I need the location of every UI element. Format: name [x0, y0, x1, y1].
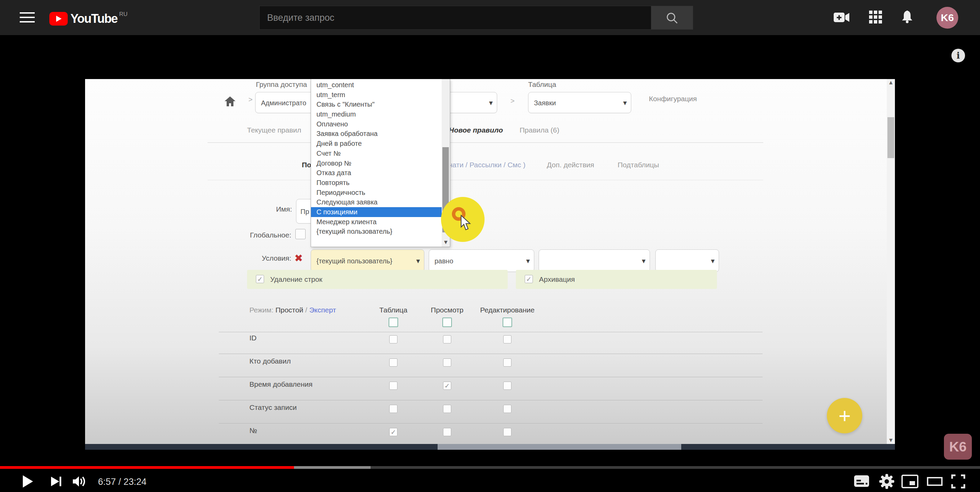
time-display: 6:57 / 23:24	[98, 477, 147, 487]
select-all-view-checkbox[interactable]	[442, 318, 452, 327]
divider	[208, 142, 763, 143]
archive-checkbox[interactable]	[525, 275, 533, 283]
perm-checkbox-id-edit[interactable]	[503, 335, 511, 343]
app-scrollbar-thumb[interactable]	[888, 117, 894, 158]
dropdown-option[interactable]: utm_term	[311, 90, 450, 100]
volume-button[interactable]	[71, 473, 89, 490]
archive-label: Архивация	[539, 270, 575, 289]
perm-checkbox-status-edit[interactable]	[503, 405, 511, 413]
scroll-up-icon[interactable]: ▲	[887, 80, 895, 85]
condition-field-select[interactable]: {текущий пользователь} ▼	[311, 249, 424, 272]
dropdown-option[interactable]: Оплачено	[311, 119, 450, 129]
dropdown-option[interactable]: utm_medium	[311, 109, 450, 119]
tab-extra-actions[interactable]: Доп. действия	[547, 161, 594, 169]
settings-button[interactable]	[878, 473, 896, 490]
home-icon[interactable]	[223, 94, 237, 108]
perm-checkbox-number-view[interactable]	[443, 428, 451, 436]
hamburger-menu-button[interactable]	[20, 12, 35, 23]
table-label: Таблица	[528, 80, 556, 89]
select-all-table-checkbox[interactable]	[388, 318, 398, 327]
create-video-button[interactable]	[833, 9, 851, 27]
dropdown-option[interactable]: Связь с "Клиенты"	[311, 99, 450, 109]
perm-checkbox-status-table[interactable]	[389, 405, 398, 413]
archive-toggle[interactable]: Архивация	[516, 270, 717, 289]
video-info-button[interactable]: i	[951, 49, 965, 62]
search-input[interactable]	[259, 6, 651, 30]
chevron-down-icon: ▼	[711, 250, 714, 272]
chevron-down-icon: ▼	[623, 92, 627, 113]
click-highlight	[441, 197, 485, 242]
dropdown-option[interactable]: Повторять	[311, 178, 450, 188]
table-select[interactable]: Заявки ▼	[528, 92, 631, 113]
subtitles-button[interactable]	[853, 473, 870, 490]
play-button[interactable]	[19, 473, 37, 490]
condition-value-select[interactable]: ▼	[539, 249, 650, 272]
mode-expert-link[interactable]: Эксперт	[309, 306, 336, 314]
perm-checkbox-number-edit[interactable]	[503, 428, 511, 436]
remove-condition-icon[interactable]: ✖	[294, 252, 303, 264]
divider	[219, 354, 762, 354]
next-icon	[49, 474, 64, 489]
perm-checkbox-number-table[interactable]	[389, 428, 398, 436]
perm-checkbox-id-view[interactable]	[443, 335, 451, 343]
dropdown-option[interactable]: Дней в работе	[311, 139, 450, 149]
youtube-play-icon	[49, 12, 68, 26]
apps-grid-button[interactable]	[867, 9, 885, 27]
delete-rows-checkbox[interactable]	[256, 275, 264, 283]
tab-subtables[interactable]: Подтаблицы	[617, 161, 659, 169]
dropdown-option-selected[interactable]: С позициями	[311, 207, 450, 217]
app-scrollbar[interactable]: ▲ ▼	[887, 79, 895, 444]
condition-operator-select[interactable]: равно ▼	[429, 249, 534, 272]
progress-played	[0, 466, 294, 469]
perm-checkbox-addtime-edit[interactable]	[503, 382, 511, 390]
divider	[219, 400, 762, 400]
tab-rules-list[interactable]: Правила (6)	[520, 126, 559, 134]
video-progress-bar[interactable]	[0, 466, 980, 469]
dropdown-option[interactable]: Следующая заявка	[311, 197, 450, 207]
scroll-down-icon[interactable]: ▼	[887, 438, 895, 442]
breadcrumb-separator: >	[248, 96, 253, 104]
notifications-button[interactable]	[898, 9, 916, 27]
dropdown-option[interactable]: Заявка обработана	[311, 129, 450, 139]
search-button[interactable]	[651, 6, 693, 30]
dropdown-option[interactable]: Периодичность	[311, 188, 450, 198]
dropdown-option[interactable]: Договор №	[311, 158, 450, 168]
channel-watermark[interactable]: K6	[944, 434, 972, 460]
perm-checkbox-status-view[interactable]	[443, 405, 451, 413]
select-all-edit-checkbox[interactable]	[503, 318, 512, 327]
fullscreen-button[interactable]	[950, 473, 967, 490]
next-video-button[interactable]	[48, 473, 65, 490]
theater-mode-button[interactable]	[926, 473, 944, 490]
app-bottom-bar	[85, 444, 895, 450]
perm-checkbox-author-table[interactable]	[389, 358, 398, 367]
mode-simple-link[interactable]: Простой	[275, 306, 303, 314]
youtube-logo[interactable]: YouTube RU	[49, 10, 127, 28]
perm-checkbox-addtime-view[interactable]	[443, 382, 451, 390]
account-avatar[interactable]: K6	[937, 7, 958, 29]
youtube-wordmark: YouTube	[70, 10, 118, 28]
dropdown-option[interactable]: utm_content	[311, 80, 450, 90]
tab-new-rule[interactable]: Новое правило	[449, 126, 503, 134]
perm-checkbox-addtime-table[interactable]	[389, 382, 398, 390]
tab-prints-mailings-sms[interactable]: нати / Рассылки / Смс )	[449, 161, 525, 169]
dropdown-scroll-down-icon[interactable]: ▼	[442, 240, 450, 244]
add-record-fab[interactable]: +	[827, 398, 862, 433]
condition-extra-select[interactable]: ▼	[655, 249, 719, 272]
miniplayer-button[interactable]	[901, 473, 919, 490]
column-header-edit: Редактирование	[468, 306, 546, 314]
dropdown-option[interactable]: Менеджер клиента	[311, 217, 450, 227]
bell-icon	[899, 10, 915, 25]
delete-rows-toggle[interactable]: Удаление строк	[247, 270, 508, 289]
subtitles-icon	[853, 474, 870, 488]
chevron-down-icon: ▼	[416, 250, 420, 272]
tab-current-rule[interactable]: Текущее правил	[247, 126, 301, 134]
global-checkbox[interactable]	[295, 229, 305, 239]
video-player[interactable]: i > Группа доступа Администрато ▼ > Табл…	[0, 35, 980, 492]
dropdown-option[interactable]: Счет №	[311, 149, 450, 158]
perm-checkbox-id-table[interactable]	[389, 335, 398, 343]
dropdown-option[interactable]: Отказ дата	[311, 168, 450, 178]
perm-row-label: №	[250, 427, 257, 435]
dropdown-option[interactable]: {текущий пользователь}	[311, 227, 450, 236]
perm-checkbox-author-edit[interactable]	[503, 358, 511, 367]
perm-checkbox-author-view[interactable]	[443, 358, 451, 367]
